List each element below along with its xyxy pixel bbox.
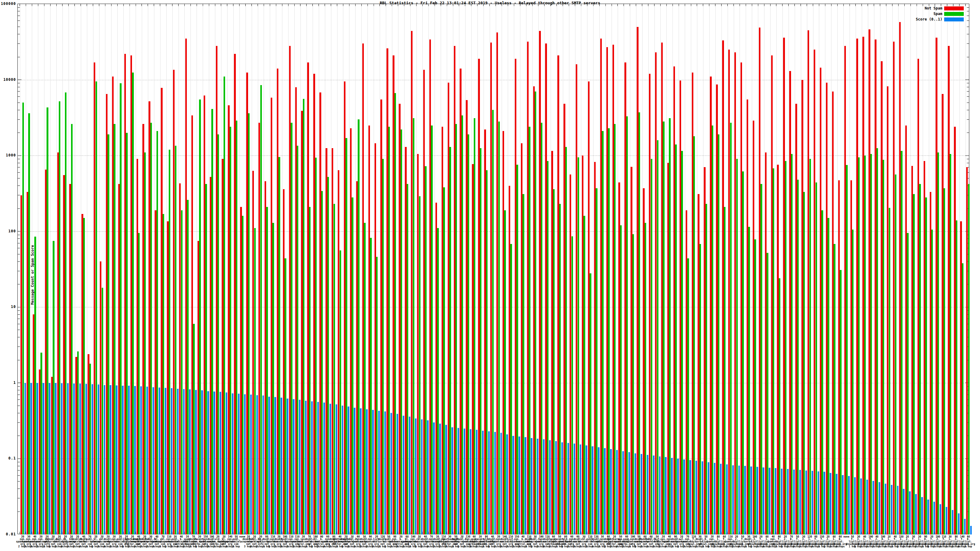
x-bottom-tick	[599, 532, 600, 534]
x-top-tick	[514, 4, 514, 6]
x-top-tick	[575, 4, 575, 6]
bar-spam	[437, 228, 439, 535]
bar-spam	[541, 123, 542, 535]
x-gridline	[947, 4, 948, 534]
x-bottom-tick	[654, 532, 654, 534]
bar-spam	[846, 165, 847, 535]
bar-spam	[236, 121, 237, 535]
bar-spam	[681, 151, 682, 535]
x-gridline	[923, 4, 923, 534]
bar-spam	[590, 273, 591, 535]
x-bottom-tick	[697, 532, 697, 534]
x-bottom-tick	[148, 532, 148, 534]
x-top-tick	[111, 4, 111, 6]
bar-spam	[169, 150, 170, 535]
x-bottom-tick	[880, 532, 880, 534]
x-bottom-tick	[648, 532, 648, 534]
x-bottom-tick	[782, 532, 783, 534]
bar-spam	[675, 144, 676, 535]
x-top-tick	[276, 4, 276, 6]
x-bottom-tick	[203, 532, 203, 534]
x-bottom-tick	[355, 532, 356, 534]
x-top-tick	[361, 4, 362, 6]
x-top-tick	[904, 4, 905, 6]
x-bottom-tick	[727, 532, 728, 534]
x-top-tick	[880, 4, 880, 6]
bar-spam	[218, 134, 219, 535]
bar-spam	[877, 148, 878, 535]
x-gridline	[20, 4, 20, 534]
x-gridline	[270, 4, 270, 534]
x-bottom-tick	[563, 532, 563, 534]
x-gridline	[734, 4, 734, 534]
x-top-tick	[642, 4, 642, 6]
x-gridline	[178, 4, 179, 534]
x-bottom-tick	[441, 532, 441, 534]
bar-spam	[827, 218, 829, 535]
x-bottom-tick	[154, 532, 154, 534]
x-gridline	[197, 4, 197, 534]
x-bottom-tick	[703, 532, 703, 534]
x-gridline	[752, 4, 752, 534]
x-bottom-tick	[81, 532, 81, 534]
x-top-tick	[746, 4, 746, 6]
x-bottom-tick	[258, 532, 258, 534]
x-top-tick	[87, 4, 87, 6]
x-gridline	[258, 4, 258, 534]
x-gridline	[490, 4, 490, 534]
x-gridline	[642, 4, 643, 534]
x-bottom-tick	[935, 532, 935, 534]
x-bottom-tick	[581, 532, 581, 534]
x-top-tick	[727, 4, 728, 6]
x-bottom-tick	[679, 532, 679, 534]
x-axis-label: 6@ 0. list. dnswl.org 1 hop	[962, 536, 975, 548]
x-gridline	[953, 4, 954, 534]
x-bottom-tick	[209, 532, 209, 534]
y-minor-tick	[967, 159, 969, 159]
x-gridline	[703, 4, 703, 534]
x-top-tick	[318, 4, 319, 6]
x-gridline	[715, 4, 716, 534]
bar-spam	[358, 119, 359, 535]
x-gridline	[398, 4, 398, 534]
x-top-tick	[434, 4, 435, 6]
bar-spam	[736, 159, 738, 535]
x-bottom-tick	[605, 532, 606, 534]
bar-spam	[401, 130, 402, 535]
y-minor-tick	[967, 7, 969, 8]
x-gridline	[50, 4, 51, 534]
x-bottom-tick	[410, 532, 410, 534]
bar-spam	[840, 270, 841, 535]
bar-spam	[651, 159, 652, 535]
bar-spam	[797, 180, 799, 535]
x-gridline	[874, 4, 874, 534]
x-top-tick	[910, 4, 911, 6]
x-gridline	[898, 4, 899, 534]
x-gridline	[587, 4, 587, 534]
bar-spam	[694, 136, 695, 535]
x-gridline	[221, 4, 221, 534]
y-gridline	[18, 80, 969, 80]
bar-spam	[388, 127, 390, 535]
bar-spam	[528, 127, 530, 535]
bar-spam	[821, 210, 823, 535]
x-bottom-tick	[282, 532, 282, 534]
y-axis-title: Message Count or Spam Score	[30, 241, 35, 308]
bar-spam	[937, 152, 939, 535]
y-tick-label: 1	[1, 381, 16, 385]
x-top-tick	[782, 4, 783, 6]
y-tick-label: 1000	[1, 153, 16, 157]
x-bottom-tick	[593, 532, 593, 534]
bar-spam	[968, 184, 970, 535]
bar-spam	[565, 147, 567, 535]
x-top-tick	[886, 4, 886, 6]
x-bottom-tick	[733, 532, 734, 534]
x-gridline	[916, 4, 917, 534]
bar-spam	[943, 188, 945, 535]
x-gridline	[789, 4, 789, 534]
x-gridline	[685, 4, 685, 534]
x-top-tick	[379, 4, 380, 6]
bar-spam	[455, 124, 457, 535]
bar-spam	[205, 184, 207, 535]
bar-spam	[712, 125, 713, 535]
